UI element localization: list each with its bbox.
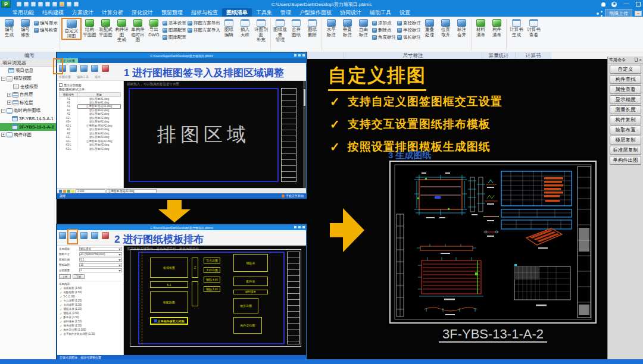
ribbon-button-plan[interactable]: 导出 DWG — [146, 18, 162, 43]
ribbon-small-button[interactable]: 编号显示 — [34, 20, 58, 26]
save-as-icon[interactable] — [38, 2, 43, 7]
command-button[interactable]: 构件复制 — [610, 115, 641, 124]
save-layout-icon[interactable] — [91, 65, 98, 72]
tree-item-sheet-1[interactable]: 3F-YBS-14-5-A-1 — [0, 115, 56, 123]
tree-item-model-views[interactable]: 模型视图 — [0, 75, 56, 83]
ribbon-button-dim-tools[interactable]: 重叠 处理 — [422, 18, 438, 37]
tree-item-natural-floors[interactable]: 自然层 — [0, 91, 56, 99]
sign-setup-icon[interactable] — [70, 65, 77, 72]
ribbon-small-button[interactable]: 排图方案导出 — [188, 20, 220, 26]
template-box[interactable]: 板模板图 — [150, 258, 188, 278]
ribbon-small-button[interactable]: 角度标注 — [372, 34, 396, 40]
ribbon-button-quantity[interactable]: 材料 清单 — [473, 18, 489, 37]
ribbon-tab[interactable]: 辅助工具 — [366, 8, 395, 17]
ribbon-button-plan[interactable]: 装配式 平面图 — [98, 18, 114, 43]
ribbon-tab[interactable]: 常用功能 — [8, 8, 38, 17]
margin-input[interactable]: 10 — [79, 263, 122, 267]
ribbon-button-numbering[interactable]: 编号 生成 — [1, 18, 17, 37]
tree-item-sheet-2-selected[interactable]: 3F-YBS-13-1-A-2 — [0, 123, 56, 131]
ribbon-button-sheet-edit[interactable]: 插入 大样 — [237, 18, 253, 43]
expand-icon[interactable] — [7, 93, 11, 97]
redo-icon[interactable] — [52, 2, 57, 7]
template-box[interactable]: 大样详图 — [204, 267, 220, 273]
move-button[interactable]: 下移 — [73, 274, 85, 279]
ribbon-tab[interactable]: 指标与检查 — [187, 8, 222, 17]
close-icon[interactable] — [302, 54, 305, 57]
ribbon-button-sheet-manage[interactable]: 图纸 删除 — [304, 18, 320, 43]
command-button[interactable]: 拾取布置 — [610, 125, 641, 134]
ribbon-button-sheet-manage[interactable]: 合并 图纸 — [288, 18, 304, 43]
ribbon-small-button[interactable]: 编号检查 — [34, 27, 58, 33]
tree-item-full-model[interactable]: 全楼模型 — [0, 83, 56, 91]
area-adjust-icon[interactable] — [80, 65, 88, 72]
template-box[interactable]: 墙身详图 — [233, 298, 258, 313]
papersize-select[interactable]: A1 (594mm*841mm) — [79, 252, 122, 256]
ribbon-button-plan[interactable]: 单构件 临时出图 — [130, 18, 146, 43]
collapse-icon[interactable] — [1, 77, 5, 81]
ribbon-button-dimension[interactable]: 自由 标注 — [355, 18, 372, 37]
layer-color-icon[interactable] — [67, 190, 70, 193]
ribbon-small-button[interactable]: 基本设置 — [163, 20, 186, 26]
save-layout-icon[interactable] — [91, 232, 98, 239]
layout-content-item[interactable]: ✓板配筋图 (1:50) — [60, 290, 123, 294]
export-icon[interactable] — [60, 2, 64, 7]
command-button[interactable]: 单构件出图 — [610, 156, 641, 165]
ribbon-button-sheet-manage[interactable]: 图纸批量 管理 — [272, 18, 288, 43]
template-box[interactable]: 钢筋表 — [233, 254, 268, 272]
template-box[interactable]: 钢筋大样 — [204, 277, 220, 283]
ribbon-button-plan[interactable]: 构件详图 生成 — [114, 18, 130, 43]
command-button[interactable]: 显示精度 — [610, 95, 641, 104]
collapse-icon[interactable] — [1, 109, 5, 113]
ribbon-small-button[interactable]: 半径标注 — [397, 27, 421, 33]
ribbon-tab[interactable]: 户型操作面板 — [295, 8, 336, 17]
sign-style-row[interactable]: A3-L默认图签A3.dwg — [60, 147, 121, 151]
command-button[interactable]: 测量长度 — [610, 105, 641, 114]
user-avatar-icon[interactable] — [611, 2, 617, 7]
tree-item-component-details[interactable]: 构件详图 — [0, 131, 56, 139]
layout-content-item[interactable]: ✓钢筋表 (1:50) — [60, 311, 123, 315]
ribbon-tab[interactable]: 方案设计 — [68, 8, 98, 17]
ribbon-small-button[interactable]: 删除点 — [372, 27, 396, 33]
ribbon-small-button[interactable]: 排图方案导入 — [188, 27, 220, 33]
ribbon-button-dim-tools[interactable]: 标注 合并 — [454, 18, 470, 37]
layout-content-item[interactable]: ✓节点详图 (1:20) — [60, 299, 123, 303]
restore-icon[interactable] — [298, 54, 301, 57]
command-button[interactable]: 自定义 — [610, 65, 641, 74]
expand-icon[interactable] — [1, 133, 5, 137]
close-icon[interactable]: × — [639, 58, 642, 62]
exit-icon[interactable] — [102, 65, 109, 72]
new-file-icon[interactable] — [17, 2, 21, 7]
layout-content-item[interactable]: ✓板模板图 (1:50) — [60, 286, 123, 290]
ribbon-button-sheet-edit[interactable]: 图纸 编辑 — [221, 18, 237, 43]
close-icon[interactable] — [302, 226, 305, 228]
frame-import-icon[interactable] — [59, 232, 66, 239]
layout-content-item[interactable]: ✓钢筋大样 (1:20) — [60, 307, 123, 311]
ribbon-tab[interactable]: 协同设计 — [336, 8, 366, 17]
scale-select[interactable]: 1:1 — [79, 258, 122, 262]
ribbon-button-dimension[interactable]: 垂直 标注 — [339, 18, 355, 37]
ribbon-button-calcbook[interactable]: 计算书 生成 — [508, 18, 525, 37]
layout-content-item[interactable]: ✓构件定位图 (1:100) — [60, 328, 123, 332]
layout-content-item[interactable]: ✓5-1 (1:30) — [60, 294, 123, 299]
restore-icon[interactable] — [298, 226, 301, 228]
zone-count-input[interactable]: 1 — [79, 268, 122, 272]
template-box[interactable]: 钢筋大样 — [204, 286, 220, 292]
template-box[interactable]: 节点详图 — [204, 258, 220, 263]
ribbon-tab[interactable]: 设置 — [395, 8, 414, 17]
sign-style-row[interactable]: A3+公用图签-图框A3.dwg — [60, 139, 121, 143]
command-button[interactable]: 构件查找 — [610, 75, 641, 84]
ribbon-button-dimension[interactable]: 水平 标注 — [323, 18, 339, 37]
scale-input[interactable]: 1:100 — [76, 189, 105, 193]
exit-icon[interactable] — [102, 232, 109, 239]
undo-icon[interactable] — [45, 2, 50, 7]
canvas-scrollbar[interactable] — [303, 81, 306, 188]
template-select[interactable]: 默认模板 — [79, 247, 122, 251]
template-box[interactable]: 板配筋图 — [150, 291, 188, 313]
command-button[interactable]: 楼层复制 — [610, 136, 641, 145]
command-button[interactable]: 标准层复制 — [610, 146, 641, 155]
command-button[interactable]: 属性查看 — [610, 85, 641, 94]
layout-region-rect[interactable]: 排图区域 — [129, 88, 279, 182]
generate-icon[interactable] — [80, 232, 88, 239]
notification-bell-icon[interactable] — [601, 2, 605, 7]
ribbon-small-button[interactable]: 弧长标注 — [397, 34, 421, 40]
